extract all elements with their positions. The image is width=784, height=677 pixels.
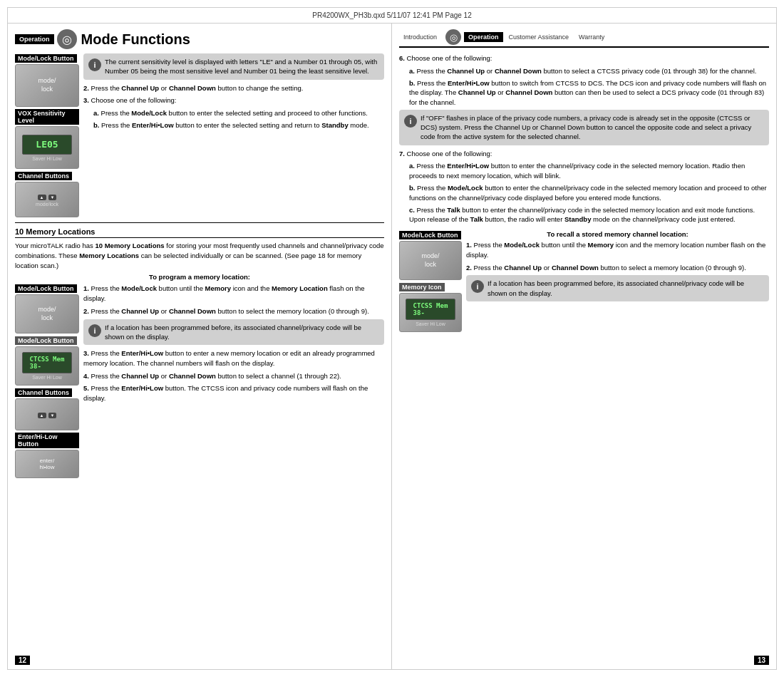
- callout-icon-3: i: [404, 115, 417, 128]
- page-num-right: 13: [754, 656, 769, 665]
- top-text-col: i The current sensitivity level is displ…: [83, 53, 384, 219]
- top-images-col: Mode/Lock Button mode/ lock VOX Sensitiv…: [15, 53, 79, 219]
- right-nav-bar: Introduction ◎ Operation Customer Assist…: [399, 29, 769, 48]
- callout-3: i If "OFF" flashes in place of the priva…: [399, 110, 769, 145]
- step7c: c. Press the Talk button to enter the ch…: [409, 205, 769, 225]
- step6-intro: 6. Choose one of the following:: [399, 53, 769, 63]
- recall-mode-lock-label: Mode/Lock Button: [399, 231, 461, 239]
- recall-step2: 2. Press the Channel Up or Channel Down …: [466, 263, 769, 273]
- operation-tab-left: Operation: [15, 34, 54, 44]
- step3a-text: a. Press the Mode/Lock button to enter t…: [93, 108, 384, 118]
- recall-mode-lock-text: mode/lock: [421, 252, 439, 269]
- nav-tab-operation[interactable]: Operation: [464, 32, 503, 42]
- mem-saver-label: Saver Hi Low: [32, 375, 62, 380]
- mode-lock-label: Mode/Lock Button: [15, 54, 77, 63]
- enter-hilow-label: Enter/Hi-Low Button: [15, 433, 79, 448]
- mem-mode-lock-text: mode/lock: [38, 306, 56, 322]
- step7-intro: 7. Choose one of the following:: [399, 149, 769, 159]
- mem-mode-lock-device: mode/lock: [15, 294, 79, 334]
- callout-2: i If a location has been programmed befo…: [83, 319, 384, 346]
- step2-text: 2. Press the Channel Up or Channel Down …: [83, 83, 384, 93]
- vox-label: VOX Sensitivity Level: [15, 109, 79, 125]
- mem-step2: 2. Press the Channel Up or Channel Down …: [83, 306, 384, 316]
- callout-icon-4: i: [471, 280, 484, 293]
- recall-images-col: Mode/Lock Button mode/lock Memory Icon C…: [399, 230, 462, 334]
- callout-icon-2: i: [88, 324, 101, 337]
- nav-tab-warranty[interactable]: Warranty: [574, 32, 609, 42]
- callout-4: i If a location has been programmed befo…: [466, 275, 769, 301]
- callout-text-4: If a location has been programmed before…: [488, 279, 764, 298]
- callout-1: i The current sensitivity level is displ…: [83, 53, 384, 80]
- mem-channel-device: ▲ ▼: [15, 398, 79, 430]
- filename-label: PR4200WX_PH3b.qxd 5/11/07 12:41 PM Page …: [312, 11, 471, 19]
- ch-btn-down: ▼: [48, 195, 57, 200]
- vox-screen-sublabel: Saver Hi Low: [32, 156, 62, 161]
- step7b: b. Press the Mode/Lock button to enter t…: [409, 183, 769, 203]
- left-header: Operation ◎ Mode Functions: [15, 29, 384, 49]
- callout-text-1: The current sensitivity level is display…: [105, 57, 379, 76]
- mem-channel-label: Channel Buttons: [15, 388, 72, 397]
- channel-btns: ▲ ▼: [38, 195, 57, 200]
- mem-step5: 5. Press the Enter/Hi•Low button. The CT…: [83, 383, 384, 403]
- header-icon-left: ◎: [57, 29, 77, 49]
- mode-lock-device: mode/ lock: [15, 64, 79, 107]
- callout-icon-1: i: [88, 58, 101, 71]
- mem-icon-screen: CTCSS Mem38-: [22, 352, 72, 373]
- channel-buttons-label: Channel Buttons: [15, 172, 72, 180]
- page-num-left: 12: [15, 656, 30, 665]
- recall-step1: 1. Press the Mode/Lock button until the …: [466, 240, 769, 260]
- top-bar: PR4200WX_PH3b.qxd 5/11/07 12:41 PM Page …: [8, 8, 776, 24]
- enter-hilow-device: enter/hi•low: [15, 450, 79, 478]
- recall-memory-device: CTCSS Mem38- Saver Hi Low: [399, 293, 462, 332]
- callout-text-3: If "OFF" flashes in place of the privacy…: [421, 113, 764, 142]
- channel-device: ▲ ▼ mode/lock: [15, 182, 79, 217]
- mem-images-col: Mode/Lock Button mode/lock Mode/Lock But…: [15, 284, 79, 480]
- step6a: a. Press the Channel Up or Channel Down …: [409, 66, 769, 76]
- step7a: a. Press the Enter/Hi•Low button to ente…: [409, 161, 769, 181]
- mem-screen-text: CTCSS Mem38-: [30, 356, 65, 370]
- enter-hilow-text: enter/hi•low: [39, 458, 54, 470]
- callout-text-2: If a location has been programmed before…: [105, 323, 379, 342]
- nav-icon-right: ◎: [445, 29, 461, 45]
- recall-saver-label: Saver Hi Low: [416, 321, 445, 326]
- recall-text-col: To recall a stored memory channel locati…: [466, 230, 769, 334]
- page-title-left: Mode Functions: [81, 31, 190, 48]
- left-page: Operation ◎ Mode Functions Mode/Lock But…: [8, 24, 392, 669]
- mem-ch-btns: ▲ ▼: [38, 413, 57, 418]
- divider-1: [15, 222, 384, 223]
- mem-ch-up: ▲: [38, 413, 46, 418]
- device-text-2: lock: [41, 86, 53, 93]
- mem-step1: 1. Press the Mode/Lock button until the …: [83, 284, 384, 304]
- mem-step4: 4. Press the Channel Up or Channel Down …: [83, 371, 384, 381]
- recall-heading: To recall a stored memory channel locati…: [466, 230, 769, 238]
- memory-section: Mode/Lock Button mode/lock Mode/Lock But…: [15, 284, 384, 480]
- nav-tab-introduction[interactable]: Introduction: [399, 32, 441, 42]
- right-page: Introduction ◎ Operation Customer Assist…: [392, 24, 776, 669]
- mem-steps-col: 1. Press the Mode/Lock button until the …: [83, 284, 384, 480]
- top-section: Mode/Lock Button mode/ lock VOX Sensitiv…: [15, 53, 384, 219]
- step3-text: 3. Choose one of the following:: [83, 95, 384, 105]
- section-10-intro: Your microTALK radio has 10 Memory Locat…: [15, 241, 384, 270]
- recall-screen-text: CTCSS Mem38-: [413, 302, 448, 316]
- page-outer: PR4200WX_PH3b.qxd 5/11/07 12:41 PM Page …: [7, 7, 777, 670]
- channel-sublabel: mode/lock: [36, 202, 58, 207]
- recall-section: Mode/Lock Button mode/lock Memory Icon C…: [399, 230, 769, 334]
- device-text-1: mode/: [38, 77, 56, 84]
- recall-memory-icon-label: Memory Icon: [399, 283, 445, 291]
- recall-mode-lock-device: mode/lock: [399, 241, 462, 280]
- page-content: Operation ◎ Mode Functions Mode/Lock But…: [8, 24, 776, 669]
- memory-icon-device: CTCSS Mem38- Saver Hi Low: [15, 346, 79, 386]
- program-heading: To program a memory location:: [15, 273, 384, 281]
- vox-device: LE05 Saver Hi Low: [15, 126, 79, 169]
- step6b: b. Press the Enter/Hi•Low button to swit…: [409, 78, 769, 108]
- mem-ch-down: ▼: [48, 413, 57, 418]
- section-10-title: 10 Memory Locations: [15, 227, 384, 238]
- mem-step3: 3. Press the Enter/Hi•Low button to ente…: [83, 348, 384, 368]
- recall-mem-screen: CTCSS Mem38-: [406, 299, 455, 320]
- vox-screen: LE05: [22, 135, 72, 155]
- memory-icon-label: Mode/Lock Button: [15, 336, 77, 345]
- mem-mode-lock-label: Mode/Lock Button: [15, 284, 77, 293]
- ch-btn-up: ▲: [38, 195, 46, 200]
- nav-tab-customer[interactable]: Customer Assistance: [505, 32, 574, 42]
- step3b-text: b. Press the Enter/Hi•Low button to ente…: [93, 120, 384, 130]
